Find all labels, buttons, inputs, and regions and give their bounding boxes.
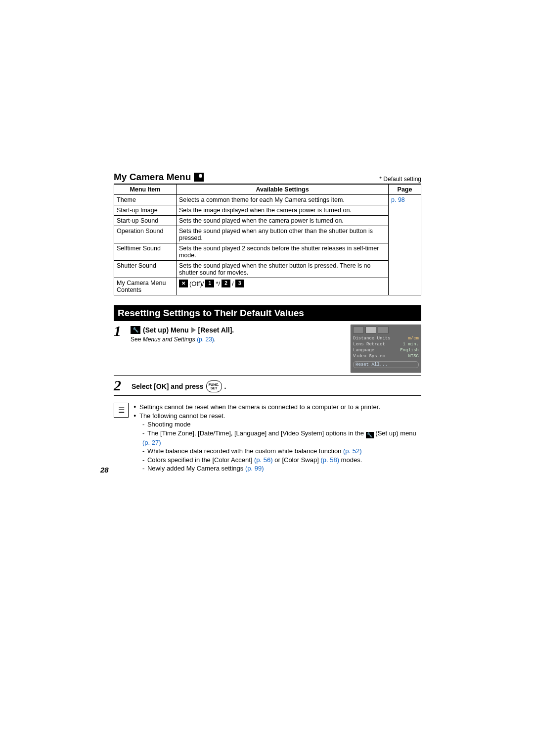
- section-header: My Camera Menu * Default setting: [114, 172, 421, 184]
- lcd-preview: Distance Unitsm/cm Lens Retract1 min. La…: [351, 325, 421, 373]
- page-reference-link[interactable]: p. 98: [389, 195, 421, 295]
- menu-table: Menu Item Available Settings Page Theme …: [114, 184, 421, 295]
- table-row: Theme Selects a common theme for each My…: [114, 195, 421, 205]
- page-link[interactable]: (p. 52): [343, 447, 362, 455]
- notes-block: ☰ Settings cannot be reset when the came…: [114, 403, 421, 473]
- note-subitem: The [Time Zone], [Date/Time], [Language]…: [142, 429, 421, 447]
- note-item: The following cannot be reset. Shooting …: [134, 412, 421, 473]
- title-text: My Camera Menu: [114, 172, 191, 183]
- person-icon: [194, 173, 204, 182]
- my-camera-menu-title: My Camera Menu: [114, 172, 204, 183]
- note-item: Settings cannot be reset when the camera…: [134, 403, 421, 412]
- lcd-reset-all: Reset All...: [353, 361, 419, 368]
- note-icon: ☰: [114, 403, 129, 418]
- page-link[interactable]: (p. 23): [197, 336, 214, 343]
- table-row: My Camera Menu Contents ✕ (Off)/ 1 */ 2 …: [114, 278, 421, 295]
- default-setting-note: * Default setting: [379, 176, 421, 183]
- table-row: Shutter Sound Sets the sound played when…: [114, 261, 421, 278]
- note-subitem: Newly added My Camera settings (p. 99): [142, 464, 421, 473]
- lcd-tab-icon: [365, 327, 376, 333]
- page-link[interactable]: (p. 58): [320, 456, 339, 464]
- option3-icon: 3: [235, 280, 244, 287]
- lcd-tab-icon: [353, 327, 364, 333]
- step1-title: 🔧 (Set up) Menu [Reset All].: [131, 326, 346, 334]
- page-link[interactable]: (p. 56): [254, 456, 273, 464]
- page-link[interactable]: (p. 27): [142, 439, 161, 446]
- col-available-settings: Available Settings: [177, 185, 389, 195]
- note-subitem: Colors specified in the [Color Accent] (…: [142, 456, 421, 465]
- step2-title: Select [OK] and press FUNC. SET .: [132, 380, 421, 392]
- see-reference: See Menus and Settings (p. 23).: [131, 336, 346, 343]
- notes-body: Settings cannot be reset when the camera…: [134, 403, 421, 473]
- contents-icons: ✕ (Off)/ 1 */ 2 / 3: [179, 280, 386, 287]
- wrench-icon: 🔧: [366, 432, 374, 438]
- step-1: 1 🔧 (Set up) Menu [Reset All]. See Menus…: [114, 321, 421, 376]
- col-menu-item: Menu Item: [114, 185, 177, 195]
- option2-icon: 2: [222, 280, 230, 287]
- table-row: Operation Sound Sets the sound played wh…: [114, 226, 421, 243]
- col-page: Page: [389, 185, 421, 195]
- note-subitem: White balance data recorded with the cus…: [142, 447, 421, 456]
- table-row: Start-up Sound Sets the sound played whe…: [114, 216, 421, 226]
- func-set-button-icon: FUNC. SET: [206, 380, 222, 392]
- right-triangle-icon: [191, 327, 196, 333]
- table-row: Start-up Image Sets the image displayed …: [114, 205, 421, 216]
- step-2: 2 Select [OK] and press FUNC. SET .: [114, 376, 421, 396]
- note-subitem: Shooting mode: [142, 420, 421, 429]
- reset-section-banner: Resetting Settings to Their Default Valu…: [114, 305, 421, 321]
- step-number: 2: [114, 378, 132, 393]
- table-row: Selftimer Sound Sets the sound played 2 …: [114, 243, 421, 261]
- page-number: 28: [100, 466, 109, 474]
- wrench-icon: 🔧: [131, 326, 140, 334]
- page-link[interactable]: (p. 99): [245, 465, 264, 472]
- option1-icon: 1: [205, 280, 214, 287]
- off-icon: ✕: [179, 280, 188, 287]
- lcd-tab-icon: [378, 327, 389, 333]
- step-number: 1: [114, 324, 131, 338]
